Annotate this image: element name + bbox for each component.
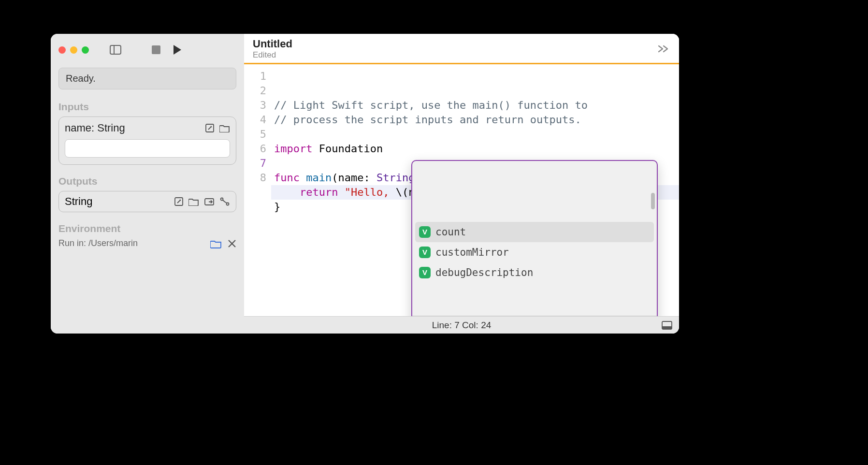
edit-output-icon[interactable]: [174, 197, 184, 206]
connect-icon[interactable]: [219, 197, 230, 206]
line-gutter: 12345678: [244, 64, 271, 316]
autocomplete-item[interactable]: Vcount: [415, 222, 654, 242]
code-line[interactable]: import Foundation: [274, 142, 674, 156]
folder-icon[interactable]: [188, 197, 199, 206]
completion-kind-badge: V: [419, 247, 431, 258]
line-number: 8: [244, 171, 266, 185]
line-number: 2: [244, 84, 266, 98]
line-number: 3: [244, 98, 266, 113]
environment-row: Run in: /Users/marin: [58, 238, 236, 248]
input-value-field[interactable]: [65, 139, 230, 158]
line-number: 1: [244, 69, 266, 84]
autocomplete-item[interactable]: VcustomMirror: [415, 242, 654, 262]
edit-input-icon[interactable]: [205, 123, 215, 133]
zoom-window-button[interactable]: [82, 46, 89, 54]
toggle-sidebar-button[interactable]: [107, 43, 124, 57]
document-header: Untitled Edited: [244, 34, 679, 64]
svg-rect-0: [110, 45, 121, 54]
completion-label: description: [435, 286, 503, 287]
sidebar: Ready. Inputs name: String Outputs Strin…: [51, 34, 244, 334]
code-editor[interactable]: 12345678 // Light Swift script, use the …: [244, 64, 679, 316]
folder-icon[interactable]: [210, 239, 222, 248]
line-number: 5: [244, 127, 266, 142]
run-in-path: Run in: /Users/marin: [58, 238, 138, 248]
clear-icon[interactable]: [228, 239, 236, 248]
output-card-title: String: [65, 195, 92, 208]
panel-icon[interactable]: [662, 321, 672, 330]
code-line[interactable]: [274, 127, 674, 142]
input-card-title: name: String: [65, 122, 125, 134]
code-line[interactable]: // Light Swift script, use the main() fu…: [274, 98, 674, 113]
autocomplete-list[interactable]: VcountVcustomMirrorVdebugDescriptionVdes…: [412, 190, 657, 287]
close-window-button[interactable]: [58, 46, 66, 54]
line-number: 7: [244, 156, 266, 171]
autocomplete-popup: VcountVcustomMirrorVdebugDescriptionVdes…: [411, 160, 658, 316]
svg-point-7: [221, 198, 223, 201]
autocomplete-item[interactable]: Vdescription: [415, 283, 654, 287]
completion-label: count: [435, 225, 466, 239]
status-bar: Line: 7 Col: 24: [244, 316, 679, 334]
document-title: Untitled: [253, 38, 292, 50]
inputs-section-label: Inputs: [58, 101, 236, 113]
minimize-window-button[interactable]: [70, 46, 77, 54]
code-line[interactable]: // process the script inputs and return …: [274, 113, 674, 127]
svg-point-8: [227, 203, 229, 205]
cursor-position: Line: 7 Col: 24: [432, 320, 492, 331]
code-content[interactable]: // Light Swift script, use the main() fu…: [271, 64, 679, 316]
output-card: String: [58, 191, 236, 212]
titlebar: [58, 43, 236, 57]
document-subtitle: Edited: [253, 50, 292, 60]
svg-marker-3: [174, 45, 181, 55]
completion-label: debugDescription: [435, 265, 533, 280]
export-icon[interactable]: [204, 197, 215, 206]
status-text: Ready.: [58, 68, 236, 89]
outputs-section-label: Outputs: [58, 175, 236, 187]
input-card: name: String: [58, 116, 236, 165]
line-number: 4: [244, 113, 266, 127]
run-button[interactable]: [169, 43, 186, 57]
environment-section-label: Environment: [58, 223, 236, 234]
svg-rect-2: [152, 45, 160, 54]
folder-icon[interactable]: [219, 123, 230, 133]
expand-chevrons-icon[interactable]: [658, 44, 670, 53]
scrollbar-thumb[interactable]: [651, 193, 655, 209]
app-window: Ready. Inputs name: String Outputs Strin…: [51, 34, 679, 334]
line-number: 6: [244, 142, 266, 156]
completion-label: customMirror: [435, 245, 509, 260]
main-editor-pane: Untitled Edited 12345678 // Light Swift …: [244, 34, 679, 334]
svg-rect-12: [662, 326, 672, 329]
completion-kind-badge: V: [419, 226, 431, 238]
completion-kind-badge: V: [419, 267, 431, 278]
stop-button[interactable]: [148, 43, 164, 57]
traffic-lights: [58, 46, 89, 54]
autocomplete-item[interactable]: VdebugDescription: [415, 262, 654, 283]
